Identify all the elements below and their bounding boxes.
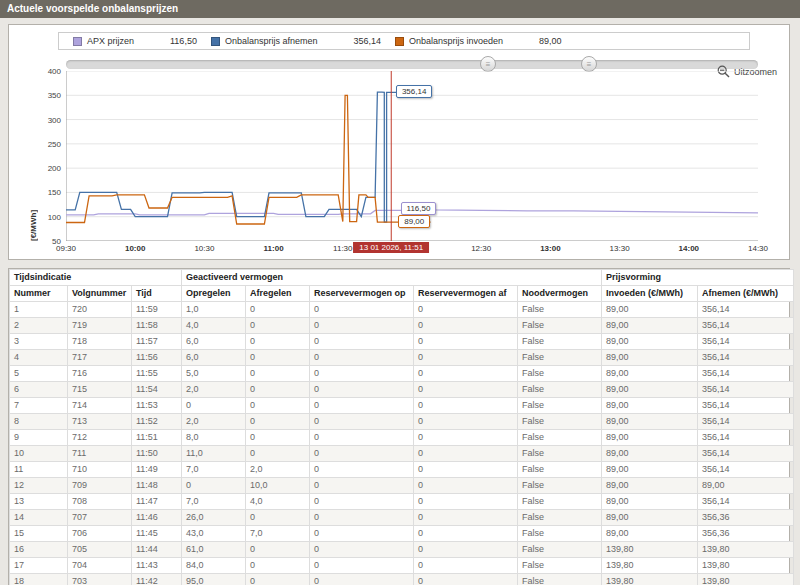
- table-cell: 0: [246, 510, 310, 526]
- table-cell: 714: [68, 398, 132, 414]
- column-header: Reservevermogen af: [414, 286, 518, 302]
- legend-item[interactable]: Onbalansprijs afnemen356,14: [211, 36, 381, 46]
- table-cell: 17: [10, 558, 68, 574]
- table-group-header: Prijsvorming: [602, 270, 794, 286]
- table-cell: 0: [246, 302, 310, 318]
- table-row[interactable]: 1470711:4626,0000False89,00356,36: [10, 510, 794, 526]
- table-cell: 0: [310, 526, 414, 542]
- table-cell: 704: [68, 558, 132, 574]
- x-tick-label: 11:30: [333, 244, 352, 253]
- range-handle-right[interactable]: ≡: [581, 56, 597, 72]
- y-tick-label: 200: [9, 164, 61, 173]
- table-cell: 0: [414, 542, 518, 558]
- table-cell: 7,0: [182, 462, 246, 478]
- table-row[interactable]: 1870311:4295,0000False139,80139,80: [10, 574, 794, 585]
- time-range-scrollbar[interactable]: ≡≡: [66, 60, 758, 69]
- table-cell: 0: [414, 510, 518, 526]
- column-header: Afregelen: [246, 286, 310, 302]
- legend-item[interactable]: APX prijzen116,50: [73, 36, 197, 46]
- table-cell: 4,0: [246, 494, 310, 510]
- table-cell: 3: [10, 334, 68, 350]
- table-cell: 717: [68, 350, 132, 366]
- table-cell: False: [518, 318, 602, 334]
- y-tick-label: 100: [9, 213, 61, 222]
- table-cell: 89,00: [602, 478, 698, 494]
- table-cell: 0: [414, 398, 518, 414]
- table-cell: 89,00: [602, 350, 698, 366]
- table-cell: 0: [310, 558, 414, 574]
- table-cell: 11:45: [132, 526, 182, 542]
- table-cell: 11:49: [132, 462, 182, 478]
- table-row[interactable]: 971211:518,0000False89,00356,14: [10, 430, 794, 446]
- table-cell: 0: [310, 430, 414, 446]
- table-cell: False: [518, 574, 602, 585]
- table-row[interactable]: 271911:584,0000False89,00356,14: [10, 318, 794, 334]
- table-cell: 0: [414, 302, 518, 318]
- table-cell: 356,14: [698, 414, 794, 430]
- table-cell: 4: [10, 350, 68, 366]
- table-cell: 708: [68, 494, 132, 510]
- table-cell: 11: [10, 462, 68, 478]
- chart-annotation: 116,50: [401, 202, 437, 215]
- table-cell: 356,36: [698, 526, 794, 542]
- table-cell: 0: [246, 430, 310, 446]
- table-cell: False: [518, 542, 602, 558]
- table-cell: 706: [68, 526, 132, 542]
- y-tick-label: 150: [9, 188, 61, 197]
- table-cell: 1: [10, 302, 68, 318]
- table-cell: 0: [414, 574, 518, 585]
- table-cell: 2: [10, 318, 68, 334]
- table-cell: 0: [182, 398, 246, 414]
- legend-item[interactable]: Onbalansprijs invoeden89,00: [395, 36, 562, 46]
- imbalance-table-panel: TijdsindicatieGeactiveerd vermogenPrijsv…: [8, 268, 790, 585]
- table-cell: 718: [68, 334, 132, 350]
- table-cell: 18: [10, 574, 68, 585]
- table-row[interactable]: 1171011:497,02,000False89,00356,14: [10, 462, 794, 478]
- table-cell: False: [518, 366, 602, 382]
- table-cell: 0: [414, 446, 518, 462]
- table-header-row: NummerVolgnummerTijdOpregelenAfregelenRe…: [10, 286, 794, 302]
- table-cell: False: [518, 526, 602, 542]
- table-cell: 89,00: [602, 382, 698, 398]
- table-row[interactable]: 172011:591,0000False89,00356,14: [10, 302, 794, 318]
- table-row[interactable]: 771411:530000False89,00356,14: [10, 398, 794, 414]
- table-cell: 0: [310, 382, 414, 398]
- range-handle-left[interactable]: ≡: [480, 56, 496, 72]
- legend-label: Onbalansprijs invoeden: [409, 36, 503, 46]
- table-row[interactable]: 671511:542,0000False89,00356,14: [10, 382, 794, 398]
- table-cell: 11:58: [132, 318, 182, 334]
- table-cell: 0: [310, 494, 414, 510]
- table-row[interactable]: 1270911:48010,000False89,0089,00: [10, 478, 794, 494]
- table-row[interactable]: 571611:555,0000False89,00356,14: [10, 366, 794, 382]
- table-cell: 0: [246, 414, 310, 430]
- table-row[interactable]: 1370811:477,04,000False89,00356,14: [10, 494, 794, 510]
- table-cell: 710: [68, 462, 132, 478]
- table-cell: 0: [414, 478, 518, 494]
- chart-legend: APX prijzen116,50Onbalansprijs afnemen35…: [58, 32, 750, 50]
- table-row[interactable]: 1570611:4543,07,000False89,00356,36: [10, 526, 794, 542]
- table-group-header: Tijdsindicatie: [10, 270, 182, 286]
- legend-swatch: [211, 37, 220, 46]
- table-cell: 89,00: [698, 478, 794, 494]
- table-cell: 139,80: [602, 542, 698, 558]
- table-row[interactable]: 471711:566,0000False89,00356,14: [10, 350, 794, 366]
- table-cell: 12: [10, 478, 68, 494]
- table-cell: 705: [68, 542, 132, 558]
- table-row[interactable]: 1670511:4461,0000False139,80139,80: [10, 542, 794, 558]
- table-cell: 11:48: [132, 478, 182, 494]
- table-row[interactable]: 871311:522,0000False89,00356,14: [10, 414, 794, 430]
- table-row[interactable]: 371811:576,0000False89,00356,14: [10, 334, 794, 350]
- table-cell: 4,0: [182, 318, 246, 334]
- y-tick-label: 50: [9, 237, 61, 246]
- column-header: Reservevermogen op: [310, 286, 414, 302]
- table-row[interactable]: 1071111:5011,0000False89,00356,14: [10, 446, 794, 462]
- table-cell: 139,80: [698, 558, 794, 574]
- table-cell: 0: [414, 382, 518, 398]
- table-cell: False: [518, 446, 602, 462]
- table-row[interactable]: 1770411:4384,0000False139,80139,80: [10, 558, 794, 574]
- table-cell: 0: [246, 398, 310, 414]
- table-cell: 6,0: [182, 334, 246, 350]
- table-cell: 8: [10, 414, 68, 430]
- table-cell: 0: [310, 478, 414, 494]
- table-cell: 0: [414, 414, 518, 430]
